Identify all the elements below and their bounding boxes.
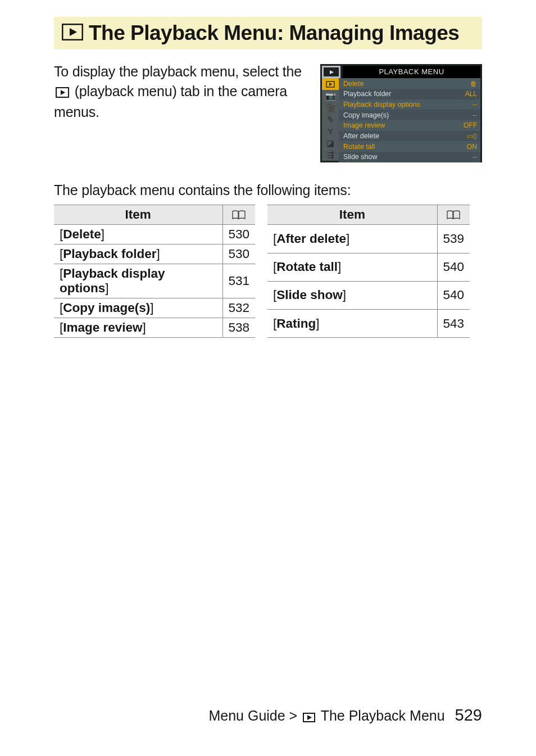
ss-tab-playback [322,78,339,90]
ss-row-label: Delete [343,80,364,88]
ss-tab-setup-icon: Y [322,125,339,137]
tables: Item [Delete]530[Playback folder]530[Pla… [54,205,482,338]
ss-row-value: -- [461,153,477,161]
table-cell-page: 538 [222,318,255,338]
table-cell-item: [Delete] [54,225,222,245]
table-cell-page: 530 [222,245,255,264]
table-cell-item: [Copy image(s)] [54,298,222,318]
ss-row-value: ALL [461,90,477,98]
ss-frame-icon [322,66,340,78]
index-table-right: Item [After delete]539[Rotate tall]540[S… [267,205,470,338]
intro-part1: To display the playback menu, select the [54,64,302,79]
table-cell-item: [Playback folder] [54,245,222,264]
ss-row: After delete▭▯ [339,131,480,142]
ss-row: Slide show-- [339,152,480,162]
table-row: [Delete]530 [54,225,255,245]
footer-text-left: Menu Guide > [208,708,301,723]
table-cell-item: [After delete] [267,225,437,253]
ss-row-label: Rotate tall [343,143,375,151]
ss-row-value: -- [461,111,477,119]
table-cell-page: 539 [437,225,470,253]
table-row: [Image review]538 [54,318,255,338]
svg-marker-8 [307,715,312,720]
th-item: Item [54,205,222,225]
table-row: [Rotate tall]540 [267,253,470,281]
ss-row-label: Image review [343,121,385,129]
page-title-bar: The Playback Menu: Managing Images [54,17,482,49]
ss-tab-mymenu-icon: ⇶ [322,149,339,161]
th-page-icon [437,205,470,225]
table-cell-item: [Playback display options] [54,264,222,298]
ss-tab-pencil-icon: ✎ [322,114,339,125]
table-row: [After delete]539 [267,225,470,253]
camera-screenshot: PLAYBACK MENU 📷 🎥 ✎ Y ◪ ⇶ Delete🗑Playbac… [320,64,482,162]
svg-marker-3 [61,90,65,95]
ss-tab-camera-icon: 📷 [322,90,339,102]
ss-row-label: Slide show [343,153,377,161]
table-cell-page: 540 [437,253,470,281]
ss-tab-retouch-icon: ◪ [322,137,339,149]
table-row: [Copy image(s)]532 [54,298,255,318]
ss-row: Rotate tallON [339,141,480,152]
ss-row-value: ON [461,143,477,151]
intro-paragraph: To display the playback menu, select the… [54,62,320,162]
footer-page-number: 529 [455,706,482,724]
footer: Menu Guide > The Playback Menu529 [0,706,482,726]
ss-row: Playback display options-- [339,99,480,110]
ss-sidebar: 📷 🎥 ✎ Y ◪ ⇶ [322,78,339,161]
ss-row: Copy image(s)-- [339,110,480,120]
playback-footer-icon [303,709,315,726]
index-table-left: Item [Delete]530[Playback folder]530[Pla… [54,205,255,338]
intro-part2: (playback menu) tab in the camera menus. [54,83,287,120]
table-row: [Playback folder]530 [54,245,255,264]
table-cell-page: 530 [222,225,255,245]
th-page-icon [222,205,255,225]
ss-row-label: After delete [343,132,379,140]
svg-marker-6 [329,83,332,86]
ss-header: PLAYBACK MENU [343,66,480,78]
playback-inline-icon [56,83,69,103]
ss-row-label: Playback display options [343,101,420,108]
table-row: [Slide show]540 [267,281,470,309]
intro2: The playback menu contains the following… [54,180,482,200]
ss-row-value: OFF [461,121,477,129]
table-cell-page: 531 [222,264,255,298]
table-row: [Rating]543 [267,310,470,338]
table-cell-page: 540 [437,281,470,309]
ss-row-value: -- [461,101,477,108]
ss-row: Delete🗑 [339,78,480,89]
ss-row-value: ▭▯ [461,132,477,140]
ss-row-label: Copy image(s) [343,111,389,119]
ss-row: Image reviewOFF [339,120,480,131]
table-cell-item: [Slide show] [267,281,437,309]
table-cell-item: [Image review] [54,318,222,338]
table-row: [Playback display options]531 [54,264,255,298]
svg-marker-4 [330,70,334,74]
ss-tab-video-icon: 🎥 [322,102,339,114]
ss-row: Playback folderALL [339,89,480,99]
playback-icon [62,24,83,40]
th-item: Item [267,205,437,225]
ss-list: Delete🗑Playback folderALLPlayback displa… [339,78,480,161]
table-cell-page: 532 [222,298,255,318]
footer-text-right: The Playback Menu [317,708,444,723]
page-title: The Playback Menu: Managing Images [89,20,459,46]
ss-row-label: Playback folder [343,90,391,98]
table-cell-page: 543 [437,310,470,338]
table-cell-item: [Rotate tall] [267,253,437,281]
svg-marker-1 [70,28,77,36]
table-cell-item: [Rating] [267,310,437,338]
ss-row-value: 🗑 [461,80,477,88]
